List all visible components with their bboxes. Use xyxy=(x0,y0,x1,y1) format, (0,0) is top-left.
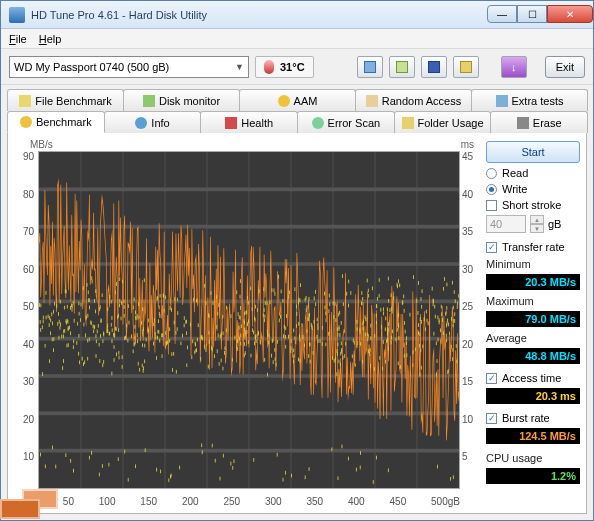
transfer-rate-check[interactable]: Transfer rate xyxy=(486,241,580,253)
menu-file[interactable]: File xyxy=(9,33,27,45)
svg-rect-71 xyxy=(49,316,50,320)
svg-rect-65 xyxy=(81,303,82,307)
svg-rect-160 xyxy=(348,457,349,461)
svg-rect-570 xyxy=(82,357,83,361)
svg-rect-329 xyxy=(76,341,77,345)
svg-rect-469 xyxy=(135,464,136,468)
tab-error-scan[interactable]: Error Scan xyxy=(297,111,395,133)
svg-rect-634 xyxy=(109,332,110,336)
save-button[interactable] xyxy=(421,56,447,78)
svg-rect-608 xyxy=(211,291,212,295)
svg-rect-149 xyxy=(318,339,319,343)
menu-help[interactable]: Help xyxy=(39,33,62,45)
tab-info[interactable]: Info xyxy=(104,111,202,133)
minimize-button[interactable]: — xyxy=(487,5,517,23)
svg-rect-443 xyxy=(285,335,286,339)
svg-rect-248 xyxy=(406,336,407,340)
short-stroke-value[interactable]: 40 xyxy=(486,215,526,233)
svg-rect-512 xyxy=(398,313,399,317)
svg-rect-689 xyxy=(419,373,420,377)
svg-rect-685 xyxy=(397,328,398,332)
svg-rect-246 xyxy=(206,348,207,352)
write-radio[interactable]: Write xyxy=(486,183,580,195)
svg-rect-46 xyxy=(418,311,419,315)
access-time-check[interactable]: Access time xyxy=(486,372,580,384)
titlebar[interactable]: HD Tune Pro 4.61 - Hard Disk Utility — ☐… xyxy=(1,1,593,29)
svg-rect-395 xyxy=(211,346,212,350)
svg-rect-212 xyxy=(368,289,369,293)
start-button[interactable]: Start xyxy=(486,141,580,163)
svg-rect-288 xyxy=(213,301,214,305)
checkbox-on-icon xyxy=(486,242,497,253)
svg-rect-361 xyxy=(365,333,366,337)
svg-rect-547 xyxy=(308,317,309,321)
watermark-logo xyxy=(0,485,60,519)
svg-rect-148 xyxy=(93,329,94,333)
tab-folder-usage[interactable]: Folder Usage xyxy=(394,111,492,133)
svg-rect-667 xyxy=(67,344,68,348)
tab-extra-tests[interactable]: Extra tests xyxy=(471,89,588,111)
svg-rect-392 xyxy=(240,295,241,299)
tab-random-access[interactable]: Random Access xyxy=(355,89,472,111)
svg-rect-181 xyxy=(50,319,51,323)
svg-rect-621 xyxy=(72,304,73,308)
svg-rect-341 xyxy=(212,444,213,448)
svg-rect-505 xyxy=(170,475,171,479)
svg-rect-36 xyxy=(206,301,207,305)
chevron-down-icon: ▼ xyxy=(235,62,244,72)
svg-rect-204 xyxy=(298,322,299,326)
read-radio[interactable]: Read xyxy=(486,167,580,179)
svg-rect-426 xyxy=(342,445,343,449)
svg-rect-347 xyxy=(160,470,161,474)
svg-rect-227 xyxy=(338,342,339,346)
tab-file-benchmark[interactable]: File Benchmark xyxy=(7,89,124,111)
svg-rect-708 xyxy=(124,300,125,304)
exit-button[interactable]: Exit xyxy=(545,56,585,78)
tab-strip: File Benchmark Disk monitor AAM Random A… xyxy=(1,85,593,133)
svg-rect-659 xyxy=(296,305,297,309)
svg-rect-473 xyxy=(328,332,329,336)
options-button[interactable] xyxy=(453,56,479,78)
y-left-label: MB/s xyxy=(30,139,53,150)
minimum-value: 20.3 MB/s xyxy=(486,274,580,290)
burst-rate-check[interactable]: Burst rate xyxy=(486,412,580,424)
tab-disk-monitor[interactable]: Disk monitor xyxy=(123,89,240,111)
svg-rect-224 xyxy=(291,339,292,343)
short-stroke-spinner[interactable]: ▲▼ xyxy=(530,215,544,233)
svg-rect-374 xyxy=(111,372,112,376)
close-button[interactable]: ✕ xyxy=(547,5,593,23)
copy-info-button[interactable] xyxy=(357,56,383,78)
drive-select[interactable]: WD My Passport 0740 (500 gB) ▼ xyxy=(9,56,249,78)
svg-rect-539 xyxy=(341,321,342,325)
svg-rect-525 xyxy=(68,326,69,330)
svg-rect-529 xyxy=(129,321,130,325)
svg-rect-714 xyxy=(458,294,459,298)
svg-rect-180 xyxy=(454,290,455,294)
tab-aam[interactable]: AAM xyxy=(239,89,356,111)
svg-rect-67 xyxy=(226,328,227,332)
svg-rect-19 xyxy=(452,348,453,352)
svg-rect-625 xyxy=(388,322,389,326)
refresh-button[interactable]: ↓ xyxy=(501,56,527,78)
svg-rect-279 xyxy=(379,356,380,360)
svg-rect-680 xyxy=(391,336,392,340)
svg-rect-581 xyxy=(239,326,240,330)
svg-rect-419 xyxy=(264,358,265,362)
svg-rect-336 xyxy=(89,337,90,341)
svg-rect-391 xyxy=(40,453,41,457)
svg-rect-72 xyxy=(357,344,358,348)
svg-rect-272 xyxy=(219,362,220,366)
tab-erase[interactable]: Erase xyxy=(490,111,588,133)
svg-rect-464 xyxy=(339,311,340,315)
svg-rect-330 xyxy=(436,373,437,377)
tab-benchmark[interactable]: Benchmark xyxy=(7,111,105,133)
tab-health[interactable]: Health xyxy=(200,111,298,133)
maximize-button[interactable]: ☐ xyxy=(517,5,547,23)
svg-rect-687 xyxy=(142,343,143,347)
svg-rect-461 xyxy=(418,323,419,327)
svg-rect-219 xyxy=(258,332,259,336)
copy-screenshot-button[interactable] xyxy=(389,56,415,78)
svg-rect-165 xyxy=(119,356,120,360)
short-stroke-check[interactable]: Short stroke xyxy=(486,199,580,211)
svg-rect-355 xyxy=(118,457,119,461)
